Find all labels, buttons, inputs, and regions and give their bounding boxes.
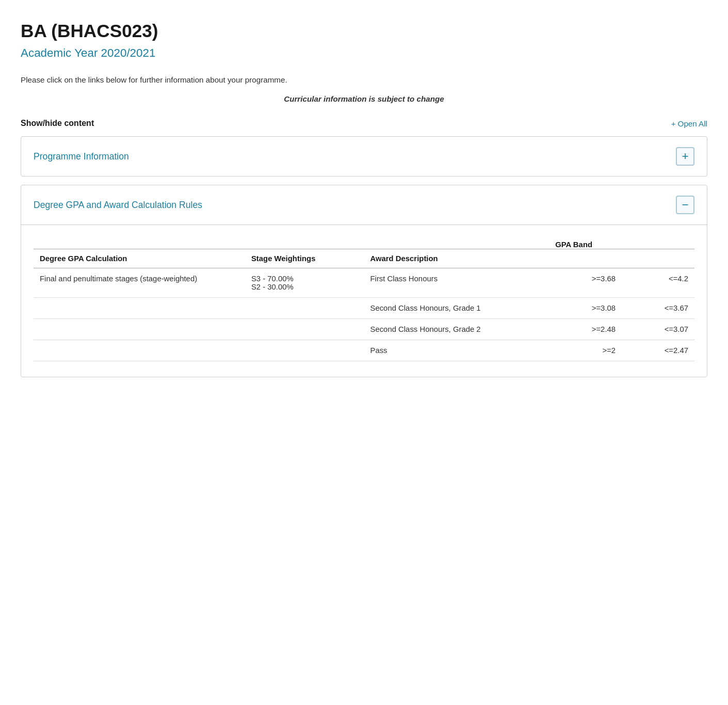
accordion-programme-info-header[interactable]: Programme Information + <box>21 137 707 176</box>
page-title: BA (BHACS023) <box>21 21 707 41</box>
gpa-table-body: Final and penultimate stages (stage-weig… <box>34 268 694 361</box>
gpa-band-header: GPA Band <box>549 235 694 249</box>
table-row: Pass>=2<=2.47 <box>34 340 694 361</box>
open-all-label: Open All <box>678 119 707 128</box>
accordion-programme-info: Programme Information + <box>21 136 707 177</box>
td-gpa-min: >=2 <box>549 340 622 361</box>
th-weight-empty <box>245 235 364 249</box>
intro-text: Please click on the links below for furt… <box>21 75 707 84</box>
td-award: First Class Honours <box>364 268 549 298</box>
open-all-button[interactable]: + Open All <box>671 119 707 128</box>
td-gpa-min: >=2.48 <box>549 319 622 340</box>
td-calculation <box>34 298 245 319</box>
td-gpa-min: >=3.08 <box>549 298 622 319</box>
td-award: Pass <box>364 340 549 361</box>
th-weightings: Stage Weightings <box>245 249 364 268</box>
show-hide-label: Show/hide content <box>21 119 94 128</box>
gpa-table-header-row: Degree GPA Calculation Stage Weightings … <box>34 249 694 268</box>
th-award-empty <box>364 235 549 249</box>
accordion-programme-info-toggle[interactable]: + <box>676 147 694 166</box>
td-weightings <box>245 340 364 361</box>
accordion-programme-info-title: Programme Information <box>34 151 129 162</box>
academic-year: Academic Year 2020/2021 <box>21 46 707 60</box>
td-calculation: Final and penultimate stages (stage-weig… <box>34 268 245 298</box>
gpa-band-row: GPA Band <box>34 235 694 249</box>
accordion-degree-gpa-title: Degree GPA and Award Calculation Rules <box>34 200 202 211</box>
td-weightings <box>245 298 364 319</box>
td-gpa-max: <=2.47 <box>622 340 694 361</box>
open-all-icon: + <box>671 119 676 128</box>
accordion-degree-gpa-body: GPA Band Degree GPA Calculation Stage We… <box>21 225 707 377</box>
td-gpa-min: >=3.68 <box>549 268 622 298</box>
td-weightings <box>245 319 364 340</box>
td-gpa-max: <=3.67 <box>622 298 694 319</box>
show-hide-bar: Show/hide content + Open All <box>21 119 707 128</box>
td-award: Second Class Honours, Grade 1 <box>364 298 549 319</box>
td-gpa-max: <=3.07 <box>622 319 694 340</box>
th-calculation: Degree GPA Calculation <box>34 249 245 268</box>
th-min <box>549 249 622 268</box>
th-award: Award Description <box>364 249 549 268</box>
th-max <box>622 249 694 268</box>
accordion-degree-gpa-header[interactable]: Degree GPA and Award Calculation Rules − <box>21 185 707 225</box>
td-gpa-max: <=4.2 <box>622 268 694 298</box>
table-row: Second Class Honours, Grade 2>=2.48<=3.0… <box>34 319 694 340</box>
accordion-degree-gpa: Degree GPA and Award Calculation Rules −… <box>21 185 707 377</box>
gpa-table: GPA Band Degree GPA Calculation Stage We… <box>34 235 694 361</box>
td-calculation <box>34 340 245 361</box>
disclaimer-text: Curricular information is subject to cha… <box>21 94 707 103</box>
td-weightings: S3 - 70.00%S2 - 30.00% <box>245 268 364 298</box>
table-row: Second Class Honours, Grade 1>=3.08<=3.6… <box>34 298 694 319</box>
th-calc-empty <box>34 235 245 249</box>
table-row: Final and penultimate stages (stage-weig… <box>34 268 694 298</box>
td-award: Second Class Honours, Grade 2 <box>364 319 549 340</box>
td-calculation <box>34 319 245 340</box>
accordion-degree-gpa-toggle[interactable]: − <box>676 196 694 214</box>
